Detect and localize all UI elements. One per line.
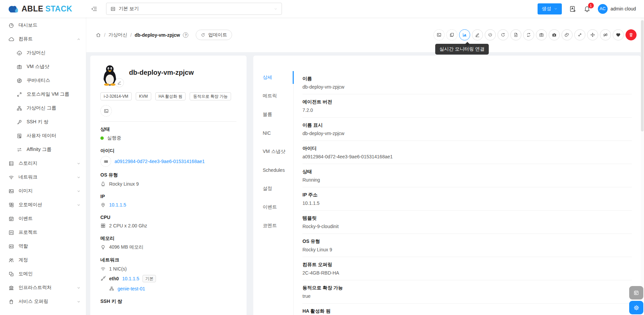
tab-details[interactable]: 상세 xyxy=(253,71,293,84)
chevron-down-icon xyxy=(274,7,278,11)
scrollbar-thumb[interactable] xyxy=(641,20,644,131)
monitoring-tooltip: 실시간 모니터링 연결 xyxy=(435,44,489,55)
tab-comments[interactable]: 코멘트 xyxy=(253,219,293,232)
ha-button[interactable] xyxy=(613,29,624,40)
sidebar-item-user-data[interactable]: 사용자 데이터 xyxy=(0,129,86,143)
home-icon[interactable] xyxy=(96,32,101,38)
edit-avatar-button[interactable] xyxy=(115,78,124,87)
shopping-icon xyxy=(8,299,14,305)
vm-id-link[interactable]: a0912984-0d72-4ee3-9ae6-015314168ae1 xyxy=(115,159,205,164)
bulb-icon xyxy=(100,245,106,250)
sidebar-item-dashboard[interactable]: 대시보드 xyxy=(0,19,86,32)
sidebar-item-events[interactable]: 이벤트 xyxy=(0,212,86,225)
attach-iso-button[interactable] xyxy=(561,29,573,40)
chevron-up-icon xyxy=(77,37,80,41)
update-button[interactable]: 업데이트 xyxy=(196,30,232,40)
status-value: 실행중 xyxy=(107,135,121,141)
tab-vm-snapshot[interactable]: VM 스냅샷 xyxy=(253,145,293,158)
user-menu[interactable]: AC admin cloud xyxy=(598,4,636,14)
sidebar-item-domains[interactable]: 도메인 xyxy=(0,267,86,281)
move-icon xyxy=(590,32,595,37)
tab-schedules[interactable]: Schedules xyxy=(253,164,293,177)
pin-icon xyxy=(100,202,106,208)
tab-events[interactable]: 이벤트 xyxy=(253,201,293,214)
sidebar-item-autoscale-vm-group[interactable]: 오토스케일 VM 그룹 xyxy=(0,88,86,101)
breadcrumb-item-vm[interactable]: 가상머신 xyxy=(108,32,127,38)
sidebar-item-projects[interactable]: 프로젝트 xyxy=(0,226,86,239)
field-display-name: 이름 표시 db-deploy-vm-zpjcw xyxy=(302,118,632,141)
sidebar-item-accounts[interactable]: 계정 xyxy=(0,253,86,267)
sidebar-item-virtual-machines[interactable]: 가상머신 xyxy=(0,46,86,60)
sidebar-item-vm-snapshot[interactable]: VM 스냅샷 xyxy=(0,60,86,73)
sidebar-item-service-offerings[interactable]: 서비스 오퍼링 xyxy=(0,295,86,308)
bell-icon[interactable]: 1 xyxy=(584,5,590,12)
monitoring-button[interactable]: 실시간 모니터링 연결 xyxy=(459,29,470,40)
network-name-link[interactable]: genie-test-01 xyxy=(118,286,145,291)
logo-text-stack: STACK xyxy=(45,4,72,13)
migrate-button[interactable] xyxy=(587,29,598,40)
chevron-down-icon xyxy=(77,286,80,290)
cloud-logo-icon xyxy=(8,4,20,13)
section-status: 상태 실행중 xyxy=(100,126,236,141)
nic-ip-link[interactable]: 10.1.1.5 xyxy=(122,276,139,281)
reinstall-button[interactable] xyxy=(510,29,521,40)
edit-button[interactable] xyxy=(472,29,483,40)
sidebar-item-ssh-keypair[interactable]: SSH 키 쌍 xyxy=(0,115,86,129)
view-select[interactable]: 기본 보기 xyxy=(106,3,282,15)
power-off-button[interactable] xyxy=(485,29,496,40)
tab-settings[interactable]: 설정 xyxy=(253,182,293,195)
memory-value: 4096 MB 메모리 xyxy=(109,244,143,250)
clone-button[interactable] xyxy=(446,29,457,40)
chevron-down-icon xyxy=(77,176,80,179)
sidebar-item-vm-group[interactable]: 가상머신 그룹 xyxy=(0,101,86,115)
console-button[interactable] xyxy=(433,29,445,40)
tab-metrics[interactable]: 메트릭 xyxy=(253,90,293,102)
field-state: 상태 Running xyxy=(302,164,632,187)
scale-button[interactable] xyxy=(574,29,585,40)
create-button[interactable]: 생성 xyxy=(538,3,562,14)
vm-tag: 동적으로 확장 가능 xyxy=(190,92,231,100)
storage-snapshot-button[interactable] xyxy=(549,29,560,40)
sidebar-item-infrastructure[interactable]: 인프라스트럭처 xyxy=(0,281,86,294)
gear-icon xyxy=(633,305,640,311)
settings-button[interactable] xyxy=(629,301,643,314)
field-name: 이름 db-deploy-vm-zpjcw xyxy=(302,71,632,94)
open-console-button[interactable] xyxy=(100,105,112,117)
add-user-icon[interactable] xyxy=(569,5,576,12)
sidebar-item-roles[interactable]: 역할 xyxy=(0,240,86,253)
unlink-button[interactable] xyxy=(600,29,611,40)
scrollbar[interactable] xyxy=(641,18,644,315)
heart-icon xyxy=(616,32,621,37)
tab-volumes[interactable]: 볼륨 xyxy=(253,108,293,121)
sidebar-item-automation[interactable]: 오토메이션 xyxy=(0,198,86,212)
sidebar-item-network[interactable]: 네트워크 xyxy=(0,170,86,184)
help-icon[interactable]: ? xyxy=(183,32,188,38)
sidebar-item-images[interactable]: 이미지 xyxy=(0,184,86,198)
sidebar: 대시보드 컴퓨트 가상머신 VM 스냅샷 쿠버네티스 오토스케일 VM 그룹 가… xyxy=(0,18,86,315)
event-timeline-button[interactable] xyxy=(629,286,643,300)
apartment-icon xyxy=(17,105,22,111)
sidebar-item-affinity-group[interactable]: Affinity 그룹 xyxy=(0,143,86,156)
nic-count: 1 NIC(s) xyxy=(109,266,127,272)
field-ip-address: IP 주소 10.1.1.5 xyxy=(302,187,632,211)
vm-ip-link[interactable]: 10.1.1.5 xyxy=(109,202,126,208)
trash-icon xyxy=(629,32,634,37)
reboot-button[interactable] xyxy=(497,29,509,40)
breadcrumb: / 가상머신 / db-deploy-vm-zpjcw ? 업데이트 xyxy=(96,30,232,40)
automation-icon xyxy=(8,202,14,208)
sync-button[interactable] xyxy=(523,29,534,40)
project-icon xyxy=(110,6,116,11)
destroy-button[interactable] xyxy=(625,29,637,40)
ablestack-logo[interactable]: ABLESTACK xyxy=(0,4,86,13)
field-ha-enabled: HA 활성화 됨 xyxy=(302,304,632,315)
appstore-icon xyxy=(100,223,106,228)
tab-nic[interactable]: NIC xyxy=(253,127,293,139)
sidebar-item-compute[interactable]: 컴퓨트 xyxy=(0,32,86,46)
copy-icon xyxy=(449,32,454,37)
vm-snapshot-button[interactable] xyxy=(536,29,547,40)
nic-default-tag: 기본 xyxy=(142,275,156,282)
menu-fold-icon[interactable] xyxy=(91,6,97,12)
sidebar-item-kubernetes[interactable]: 쿠버네티스 xyxy=(0,74,86,87)
sidebar-item-storage[interactable]: 스토리지 xyxy=(0,157,86,170)
cluster-icon xyxy=(109,286,114,291)
